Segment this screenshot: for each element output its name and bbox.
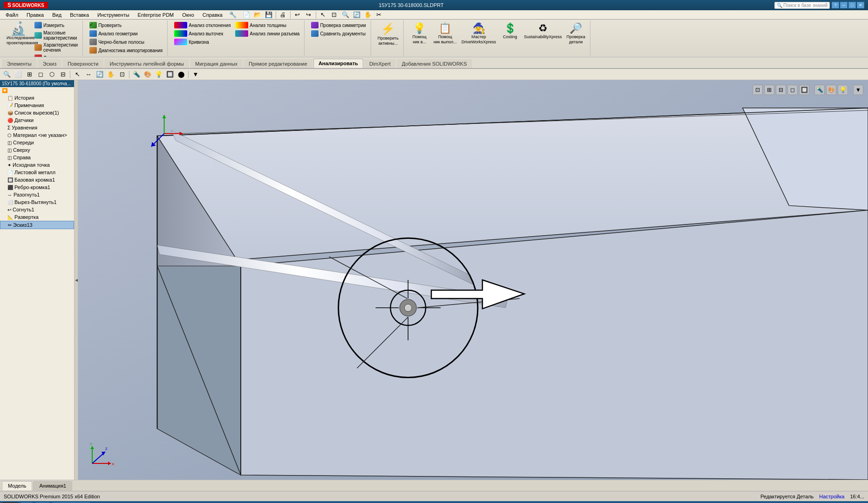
btn-symmetry[interactable]: Проверка симметрии	[309, 21, 367, 29]
btn-measure[interactable]: Измерить	[33, 21, 80, 29]
close-btn[interactable]: ✕	[857, 2, 864, 8]
tab-elements[interactable]: Элементы	[2, 59, 37, 68]
tab-migration[interactable]: Миграция данных	[190, 59, 243, 68]
toolbar-rotate[interactable]: 🔄	[352, 10, 362, 20]
minimize-btn[interactable]: ─	[840, 2, 848, 8]
toolbar-print[interactable]: 🖨	[278, 10, 288, 20]
menu-enterprise[interactable]: Enterprise PDM	[134, 11, 178, 19]
toolbar-btn-7[interactable]: ↖	[72, 70, 82, 79]
sidebar-item-top[interactable]: ◫ Сверху	[0, 146, 74, 154]
sidebar-item-origin[interactable]: ✦ Исходная точка	[0, 161, 74, 169]
btn-thick[interactable]: Анализ толщины	[233, 21, 301, 29]
btn-mass[interactable]: Массовыехарактеристики	[33, 30, 80, 41]
menu-window[interactable]: Окно	[178, 11, 198, 19]
btn-detail[interactable]: 🔎 Проверкадетали	[564, 21, 587, 46]
tab-casting[interactable]: Инструменты литейной формы	[104, 59, 189, 68]
toolbar-pan[interactable]: ✋	[363, 10, 373, 20]
btn-help1[interactable]: 💡 Помощник в...	[408, 21, 431, 46]
toolbar-redo[interactable]: ↪	[304, 10, 314, 20]
sidebar-item-edge-flange[interactable]: ⬛ Ребро-кромка1	[0, 184, 74, 191]
btn-check[interactable]: ✓ Проверить	[88, 21, 164, 29]
toolbar-new[interactable]: 📄	[241, 10, 251, 20]
view-tool-4[interactable]: ◻	[787, 85, 798, 95]
toolbar-btn-14[interactable]: 💡	[154, 70, 164, 79]
btn-undercut[interactable]: Анализ выточек	[172, 30, 232, 37]
menu-tools[interactable]: Инструменты	[94, 11, 133, 19]
toolbar-btn-12[interactable]: 🔦	[131, 70, 142, 79]
btn-section[interactable]: Характеристикисечения	[33, 42, 80, 53]
sidebar-item-right[interactable]: ◫ Справа	[0, 154, 74, 161]
btn-sustainability[interactable]: ♻ SustainabilityXpress	[522, 21, 563, 41]
tab-sketch[interactable]: Эскиз	[38, 59, 61, 68]
btn-help2[interactable]: 📋 Помощник выпол...	[432, 21, 459, 46]
toolbar-select[interactable]: ↖	[318, 10, 328, 20]
view-tool-6[interactable]: 🔦	[814, 85, 825, 95]
toolbar-save[interactable]: 💾	[264, 10, 274, 20]
sidebar-item-notes[interactable]: 📝 Примечания	[0, 102, 74, 109]
tab-addins[interactable]: Добавления SOLIDWORKS	[397, 59, 472, 68]
sidebar-item-flat-pattern[interactable]: 📐 Развертка	[0, 213, 74, 221]
toolbar-section[interactable]: ✂	[374, 10, 384, 20]
sidebar-item-sketch13[interactable]: ✏ Эскиз13	[0, 221, 74, 229]
btn-master[interactable]: 🧙 МастерDriveWorksXpress	[460, 21, 498, 46]
toolbar-btn-2[interactable]: ⬜	[13, 70, 23, 79]
toolbar-btn-6[interactable]: ⊟	[58, 70, 68, 79]
toolbar-zoom-in[interactable]: 🔍	[340, 10, 351, 20]
btn-parting[interactable]: Анализ линии разъема	[233, 30, 301, 37]
btn-diagnostics[interactable]: Диагностика импортирования	[88, 47, 164, 54]
sidebar-item-history[interactable]: 📋 История	[0, 94, 74, 102]
help-btn[interactable]: ?	[832, 2, 839, 8]
view-tool-8[interactable]: 💡	[838, 85, 848, 95]
toolbar-btn-4[interactable]: ◻	[35, 70, 46, 79]
toolbar-btn-10[interactable]: ✋	[106, 70, 116, 79]
btn-costing[interactable]: 💲 Costing	[499, 21, 521, 41]
btn-stripes[interactable]: Черно-белые полосы	[88, 38, 164, 46]
sidebar-item-unfold[interactable]: ↔ Разогнуть1	[0, 191, 74, 198]
toolbar-undo[interactable]: ↩	[292, 10, 303, 20]
sidebar-item-basebend[interactable]: 🔲 Базовая кромка1	[0, 176, 74, 184]
menu-help[interactable]: Справка	[199, 11, 226, 19]
menu-edit[interactable]: Правка	[23, 11, 47, 19]
btn-draft[interactable]: Анализ отклонения	[172, 21, 232, 29]
tab-animation[interactable]: Анимация1	[33, 481, 72, 490]
tab-surfaces[interactable]: Поверхности	[62, 59, 103, 68]
toolbar-btn-9[interactable]: 🔄	[95, 70, 105, 79]
btn-sensor[interactable]: Датчик	[33, 54, 80, 57]
toolbar-open[interactable]: 📂	[252, 10, 263, 20]
toolbar-btn-16[interactable]: ⬤	[176, 70, 186, 79]
toolbar-zoom-fit[interactable]: ⊡	[329, 10, 339, 20]
sidebar-item-cut-extrude[interactable]: ⬜ Вырез-Вытянуть1	[0, 198, 74, 206]
toolbar-btn-11[interactable]: ⊡	[117, 70, 127, 79]
btn-geometry[interactable]: Анализ геометрии	[88, 30, 164, 37]
view-tool-2[interactable]: ⊞	[764, 85, 774, 95]
sidebar-item-cutlist[interactable]: 📦 Список вырезов(1)	[0, 109, 74, 116]
view-tool-9[interactable]: ▼	[853, 85, 863, 95]
toolbar-btn-3[interactable]: ⊞	[24, 70, 34, 79]
tab-model[interactable]: Модель	[2, 481, 32, 490]
view-tool-7[interactable]: 🎨	[826, 85, 836, 95]
menu-insert[interactable]: Вставка	[66, 11, 93, 19]
btn-compare[interactable]: Сравнить документы	[309, 30, 367, 37]
settings-link[interactable]: Настройка	[819, 494, 844, 499]
view-tool-5[interactable]: 🔲	[799, 85, 809, 95]
sidebar-collapse-handle[interactable]: ◀	[75, 80, 78, 480]
view-tool-1[interactable]: ⊡	[753, 85, 763, 95]
btn-investigate[interactable]: 🔬 Исследованиепроектирования	[5, 21, 32, 47]
search-box[interactable]: 🔍 Поиск в базе знаний	[774, 2, 830, 9]
sidebar-item-front[interactable]: ◫ Спереди	[0, 139, 74, 146]
sidebar-item-sensors[interactable]: 🔴 Датчики	[0, 116, 74, 124]
btn-check-active[interactable]: ⚡ Проверитьактивны...	[376, 21, 400, 47]
view-tool-3[interactable]: ⊟	[776, 85, 786, 95]
tab-direct-edit[interactable]: Прямое редактирование	[244, 59, 312, 68]
toolbar-btn-1[interactable]: 🔍	[2, 70, 12, 79]
tab-dimxpert[interactable]: DimXpert	[364, 59, 396, 68]
viewport[interactable]: X Y Z ⊡ ⊞ ⊟ ◻ 🔲 🔦 🎨 💡 ▼	[78, 80, 868, 480]
sidebar-item-material[interactable]: ⬡ Материал <не указан>	[0, 131, 74, 139]
sidebar-item-fold[interactable]: ↩ Согнуть1	[0, 206, 74, 213]
toolbar-btn-13[interactable]: 🎨	[142, 70, 153, 79]
toolbar-btn-5[interactable]: ⬡	[47, 70, 57, 79]
toolbar-btn-15[interactable]: 🔲	[165, 70, 175, 79]
btn-curvature[interactable]: Кривизна	[172, 38, 232, 46]
sidebar-item-equations[interactable]: Σ Уравнения	[0, 124, 74, 131]
menu-view[interactable]: Вид	[48, 11, 65, 19]
